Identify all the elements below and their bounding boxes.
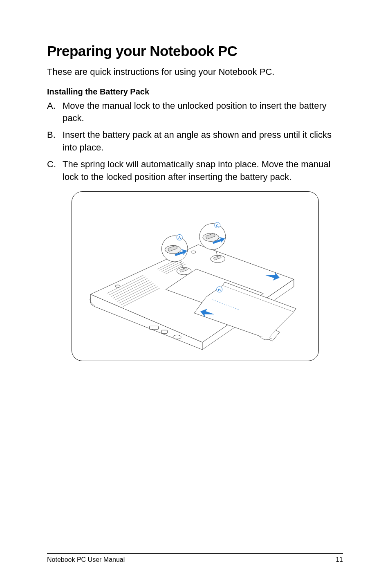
step-letter: B.	[47, 129, 63, 154]
step-letter: A.	[47, 100, 63, 125]
page-footer: Notebook PC User Manual 11	[47, 553, 343, 563]
svg-point-16	[173, 335, 181, 339]
footer-page-number: 11	[336, 556, 343, 563]
spring-lock-c-icon	[210, 256, 225, 263]
svg-rect-15	[161, 330, 167, 334]
section-subhead: Installing the Battery Pack	[47, 87, 343, 97]
svg-text:B: B	[218, 288, 221, 292]
svg-text:A: A	[178, 236, 181, 240]
step-letter: C.	[47, 158, 63, 184]
svg-text:C: C	[216, 224, 219, 228]
step-c: C. The spring lock will automatically sn…	[47, 158, 343, 184]
manual-lock-a-icon	[177, 268, 191, 275]
step-text: Insert the battery pack at an angle as s…	[63, 129, 343, 154]
page-title: Preparing your Notebook PC	[47, 43, 343, 59]
battery-install-diagram: A C B	[72, 191, 319, 361]
step-b: B. Insert the battery pack at an angle a…	[47, 129, 343, 154]
callout-b-icon: B	[216, 287, 222, 292]
step-a: A. Move the manual lock to the unlocked …	[47, 100, 343, 125]
svg-rect-14	[149, 326, 158, 330]
step-text: The spring lock will automatically snap …	[63, 158, 343, 184]
footer-left: Notebook PC User Manual	[47, 556, 125, 563]
intro-text: These are quick instructions for using y…	[47, 66, 343, 78]
step-list: A. Move the manual lock to the unlocked …	[47, 100, 343, 184]
step-text: Move the manual lock to the unlocked pos…	[63, 100, 343, 125]
